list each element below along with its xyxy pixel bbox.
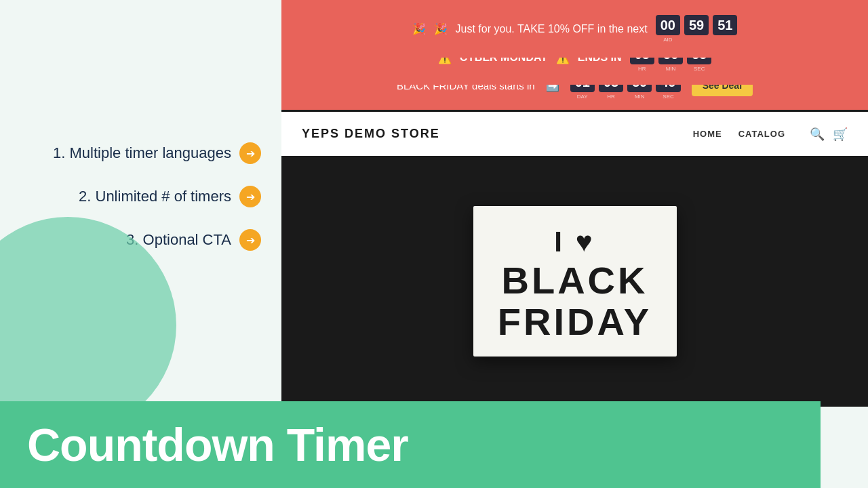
cart-icon[interactable]: 🛒	[833, 127, 848, 142]
feature-2-arrow[interactable]: ➔	[239, 186, 261, 207]
bottom-bar: Countdown Timer	[0, 401, 821, 488]
lightbox-sign: I ♥ BLACK FRIDAY	[473, 206, 677, 357]
timer-1-mm-value: 59	[684, 15, 709, 35]
timer-3-ss-label: SEC	[663, 94, 673, 100]
timer-1-digits: 00 AID 59 51	[656, 15, 738, 43]
timer-1-emoji1: 🎉	[412, 22, 426, 35]
timer-1-ss: 51	[713, 15, 737, 37]
demo-area: 🎉 🎉 Just for you. TAKE 10% OFF in the ne…	[281, 0, 868, 407]
timer-2-ss-label: SEC	[694, 66, 705, 72]
timer-1-mm: 59	[684, 15, 709, 37]
nav-catalog[interactable]: CATALOG	[738, 129, 785, 139]
store-logo: YEPS DEMO STORE	[302, 127, 440, 141]
timer-1-hh: 00 AID	[656, 15, 680, 43]
timer-3-hh-label: HR	[607, 94, 615, 100]
feature-item-2: 2. Unlimited # of timers ➔	[27, 186, 261, 207]
nav-icons: 🔍 🛒	[810, 127, 848, 142]
timer-1-hh-label: AID	[663, 37, 672, 43]
feature-2-text: 2. Unlimited # of timers	[79, 188, 231, 205]
nav-home[interactable]: HOME	[693, 129, 722, 139]
timer-3-dd-label: DAY	[577, 94, 588, 100]
hero-line3: FRIDAY	[495, 301, 655, 343]
timer-bar-1: 🎉 🎉 Just for you. TAKE 10% OFF in the ne…	[281, 0, 868, 58]
bottom-bar-title: Countdown Timer	[27, 418, 408, 471]
timer-2-hh-label: HR	[638, 66, 646, 72]
feature-item-1: 1. Multiple timer languages ➔	[27, 142, 261, 164]
hero-area: I ♥ BLACK FRIDAY	[281, 156, 868, 407]
feature-1-arrow[interactable]: ➔	[239, 142, 261, 164]
timer-1-text: Just for you. TAKE 10% OFF in the next	[456, 23, 648, 35]
hero-line2: BLACK	[495, 260, 655, 302]
timer-1-hh-value: 00	[656, 15, 680, 35]
feature-3-arrow[interactable]: ➔	[239, 229, 261, 251]
timer-1-ss-value: 51	[713, 15, 737, 35]
timer-3-mm-label: MIN	[635, 94, 645, 100]
search-icon[interactable]: 🔍	[810, 127, 825, 142]
hero-line1: I ♥	[495, 225, 655, 259]
store-nav: YEPS DEMO STORE HOME CATALOG 🔍 🛒	[281, 112, 868, 156]
nav-links: HOME CATALOG 🔍 🛒	[693, 127, 848, 142]
timer-1-emoji2: 🎉	[434, 22, 448, 35]
feature-1-text: 1. Multiple timer languages	[53, 144, 231, 162]
timer-2-mm-label: MIN	[666, 66, 676, 72]
